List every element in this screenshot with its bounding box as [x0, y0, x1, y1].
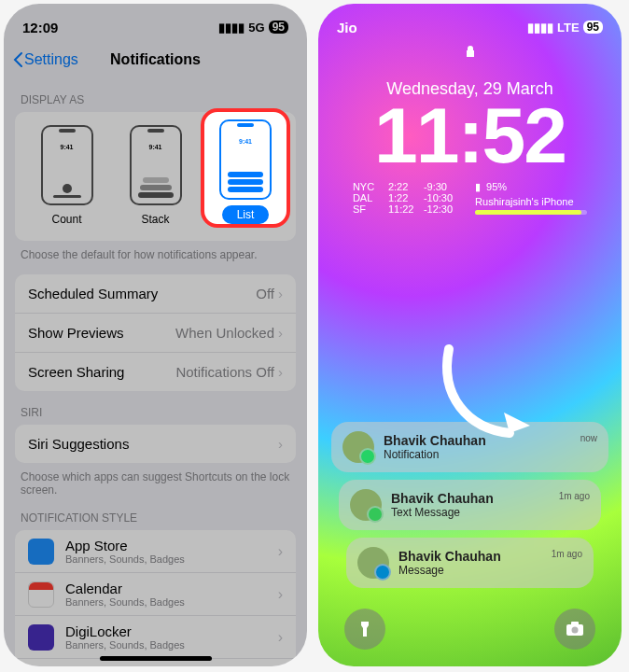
- battery-icon: ▮: [475, 181, 481, 193]
- chevron-right-icon: ›: [278, 586, 283, 603]
- chevron-right-icon: ›: [278, 364, 283, 380]
- carrier-label: Jio: [337, 20, 357, 35]
- siri-label: SIRI: [4, 391, 307, 425]
- avatar: [357, 547, 389, 579]
- battery-bar: [475, 210, 587, 215]
- count-preview-icon: 9:41: [41, 125, 93, 205]
- status-bar: Jio ▮▮▮▮ LTE 95: [318, 4, 622, 41]
- svg-point-1: [572, 627, 579, 634]
- app-row-appstore[interactable]: App StoreBanners, Sounds, Badges ›: [15, 530, 296, 572]
- style-label: NOTIFICATION STYLE: [4, 497, 307, 530]
- siri-card: Siri Suggestions ›: [15, 425, 296, 463]
- app-store-icon: [28, 539, 54, 565]
- chevron-right-icon: ›: [278, 629, 283, 646]
- row-siri-suggestions[interactable]: Siri Suggestions ›: [15, 425, 296, 463]
- chevron-right-icon: ›: [278, 325, 283, 341]
- notification-prefs-card: Scheduled Summary Off› Show Previews Whe…: [15, 274, 296, 391]
- display-as-card: 9:41 Count 9:41 Stack . 9:41 List: [15, 112, 296, 241]
- display-option-count[interactable]: 9:41 Count: [41, 125, 93, 226]
- status-bar: 12:09 ▮▮▮▮ 5G 95: [4, 4, 307, 41]
- row-scheduled-summary[interactable]: Scheduled Summary Off›: [15, 274, 296, 313]
- nav-bar: Settings Notifications: [4, 41, 307, 78]
- lock-icon: [318, 45, 622, 61]
- digilocker-icon: [28, 624, 54, 651]
- row-screen-sharing[interactable]: Screen Sharing Notifications Off›: [15, 352, 296, 391]
- style-card: App StoreBanners, Sounds, Badges › Calen…: [15, 530, 296, 666]
- annotation-arrow-icon: [430, 340, 533, 452]
- chevron-right-icon: ›: [278, 543, 283, 560]
- list-label: List: [222, 205, 270, 224]
- row-show-previews[interactable]: Show Previews When Unlocked›: [15, 313, 296, 352]
- lock-screen: Jio ▮▮▮▮ LTE 95 Wednesday, 29 March 11:5…: [318, 4, 622, 666]
- display-option-stack[interactable]: 9:41 Stack: [130, 125, 182, 226]
- app-row-digilocker[interactable]: DigiLockerBanners, Sounds, Badges ›: [15, 615, 296, 658]
- lock-time: 11:52: [318, 99, 622, 174]
- signal-icon: ▮▮▮▮: [527, 21, 553, 35]
- status-time: 12:09: [22, 20, 58, 35]
- camera-button[interactable]: [554, 609, 595, 650]
- chevron-right-icon: ›: [278, 436, 283, 452]
- notification-item[interactable]: Bhavik Chauhan Text Message 1m ago: [339, 480, 601, 530]
- siri-footer: Choose which apps can suggest Shortcuts …: [4, 463, 307, 497]
- camera-icon: [566, 622, 584, 637]
- display-as-label: DISPLAY AS: [4, 78, 307, 112]
- page-title: Notifications: [4, 51, 307, 68]
- flashlight-button[interactable]: [344, 609, 385, 650]
- home-indicator[interactable]: [100, 656, 212, 661]
- battery-pill: 95: [269, 21, 288, 34]
- list-preview-icon: 9:41: [219, 119, 272, 200]
- settings-screen: 12:09 ▮▮▮▮ 5G 95 Settings Notifications …: [4, 4, 307, 666]
- stack-label: Stack: [141, 213, 169, 226]
- world-clock-widget[interactable]: NYC2:22-9:30 DAL1:22-10:30 SF11:22-12:30: [353, 181, 453, 215]
- svg-rect-2: [571, 622, 579, 625]
- calendar-icon: [28, 581, 54, 608]
- signal-icon: ▮▮▮▮: [218, 21, 245, 35]
- avatar: [350, 489, 382, 521]
- display-option-list[interactable]: 9:41 List: [201, 108, 290, 228]
- network-label: 5G: [248, 21, 264, 35]
- network-label: LTE: [557, 21, 580, 35]
- chevron-right-icon: ›: [278, 286, 283, 301]
- display-as-footer: Choose the default for how notifications…: [4, 241, 307, 261]
- battery-widget[interactable]: ▮ 95% Rushirajsinh's iPhone: [475, 181, 587, 215]
- avatar: [342, 431, 374, 463]
- app-row-calendar[interactable]: CalendarBanners, Sounds, Badges ›: [15, 572, 296, 615]
- count-label: Count: [51, 213, 81, 226]
- flashlight-icon: [357, 620, 372, 638]
- battery-pill: 95: [583, 21, 603, 34]
- lock-widgets[interactable]: NYC2:22-9:30 DAL1:22-10:30 SF11:22-12:30…: [318, 181, 622, 215]
- notification-item[interactable]: Bhavik Chauhan Message 1m ago: [346, 538, 594, 588]
- stack-preview-icon: 9:41: [130, 125, 182, 205]
